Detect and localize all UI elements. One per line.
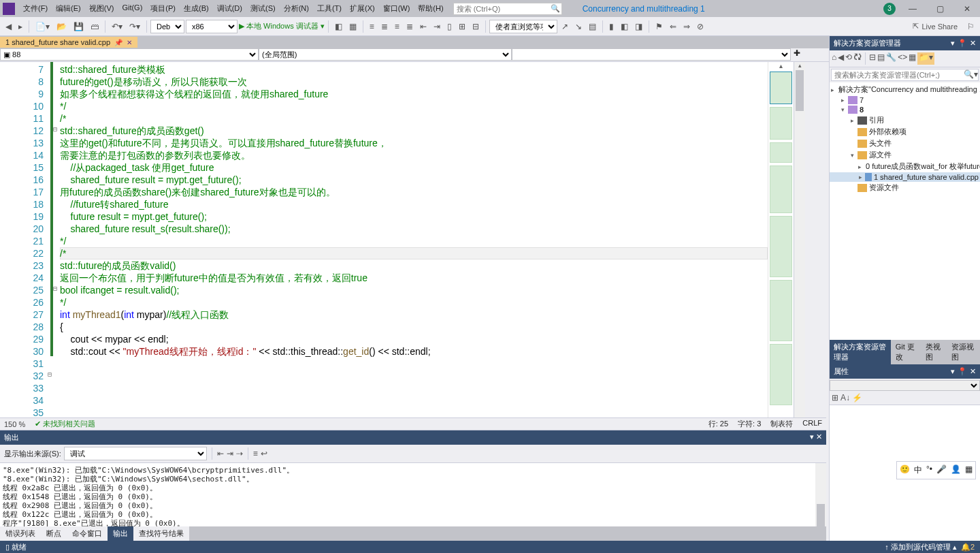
menu-item[interactable]: 编辑(E) [52,1,85,16]
nav-icon[interactable]: ⇐ [667,20,679,33]
menu-item[interactable]: 测试(S) [246,1,280,16]
collab-icon[interactable]: °• [926,464,932,476]
solution-tab[interactable]: 类视图 [921,340,947,364]
minimap[interactable]: ▴ [768,62,794,423]
external-deps-node[interactable]: 外部依赖项 [830,126,980,138]
solution-tab[interactable]: 解决方案资源管理器 [830,340,891,364]
collab-icon[interactable]: 👤 [951,464,961,476]
solution-tab[interactable]: Git 更改 [892,340,921,364]
start-debug-button[interactable]: ▶本地 Windows 调试器▾ [239,21,325,31]
indent-icon[interactable]: ≡ [392,20,402,33]
collab-icon[interactable]: 🎤 [936,464,947,476]
split-icon[interactable]: ✚ [791,48,803,61]
indent-icon[interactable]: ≡ [367,20,377,33]
resources-node[interactable]: 资源文件 [830,182,980,193]
menu-item[interactable]: 窗口(W) [379,1,414,16]
solution-node[interactable]: ▸解决方案"Concurrency and multithreading 1"(… [830,84,980,95]
feedback-icon[interactable]: ⚐ [964,20,977,33]
pin-icon[interactable]: 📍 [958,367,967,376]
editor-scrollbar[interactable]: ▴ ▾ [794,62,805,423]
source-file[interactable]: ▸1 shared_future share valid.cpp [830,172,980,182]
comment-icon[interactable]: ⊟ [470,20,482,33]
alpha-sort-icon[interactable]: A↓ [840,393,850,402]
output-tab[interactable]: 查找符号结果 [133,526,189,541]
solution-tab[interactable]: 资源视图 [947,340,979,364]
source-file[interactable]: ▸0 future成员函数wait_for 枚举future_s [830,161,980,172]
output-nav-icon[interactable]: ⇢ [236,449,243,458]
comment-icon[interactable]: ▯ [444,20,455,33]
sources-node[interactable]: ▾源文件 [830,149,980,161]
flag-icon[interactable]: ⚑ [653,20,666,33]
project-node[interactable]: ▾8 [830,105,980,114]
properties-object-select[interactable] [830,380,980,391]
notification-badge[interactable]: 3 [883,3,896,15]
nav-select[interactable]: 使者直浏览等项(E) [489,20,557,33]
open-button[interactable]: 📂 [54,20,69,33]
member-select[interactable] [512,48,791,61]
output-tab[interactable]: 断点 [41,526,67,541]
output-nav-icon[interactable]: ⇥ [227,449,233,458]
events-icon[interactable]: ⚡ [852,393,862,402]
scope-select[interactable]: (全局范围) [259,48,512,61]
menu-item[interactable]: 帮助(H) [414,1,447,16]
zoom-level[interactable]: 150 % [4,420,25,428]
bookmark-icon[interactable]: ▮ [606,20,617,33]
output-scrollbar[interactable] [815,463,826,526]
project-scope-select[interactable]: ▣ 88 [0,48,259,61]
menu-item[interactable]: 扩展(X) [346,1,379,16]
eol-mode[interactable]: CRLF [802,419,822,429]
menu-item[interactable]: 视图(V) [85,1,118,16]
indent-icon[interactable]: ≣ [378,20,391,33]
close-panel-icon[interactable]: ✕ [970,39,976,48]
close-tab-icon[interactable]: ✕ [127,39,132,46]
notifications-button[interactable]: 🔔2 [961,543,975,552]
issue-status[interactable]: ✔ 未找到相关问题 [35,419,95,429]
bookmark-icon[interactable]: ◨ [632,20,645,33]
redo-button[interactable]: ↷▾ [127,20,143,33]
solution-search[interactable]: 🔍▾ [831,69,979,81]
undo-button[interactable]: ↶▾ [109,20,125,33]
comment-icon[interactable]: ⇤ [417,20,429,33]
categorize-icon[interactable]: ⊞ [832,393,838,402]
solution-search-input[interactable] [832,69,964,80]
show-all-icon[interactable]: ▤ [877,52,885,65]
view-code-icon[interactable]: <> [898,52,907,65]
output-tab[interactable]: 命令窗口 [67,526,108,541]
collapse-icon[interactable]: ⊟ [869,52,876,65]
file-tab[interactable]: 1 shared_future share valid.cpp 📌 ✕ [0,37,137,48]
output-source-select[interactable]: 调试 [64,447,207,460]
code-content[interactable]: std::shared_future类模板future的get()是移动语义，所… [60,62,768,423]
properties-icon[interactable]: 🔧 [886,52,896,65]
clear-icon[interactable]: ≡ [253,449,258,458]
menu-item[interactable]: 生成(B) [180,1,213,16]
save-button[interactable]: 💾 [71,20,86,33]
tool-icon[interactable]: ▦ [346,20,359,33]
comment-icon[interactable]: ⊞ [456,20,468,33]
panel-options-icon[interactable]: ▾ ✕ [810,432,822,443]
nav-icon[interactable]: ↘ [572,20,585,33]
new-item-button[interactable]: 📄▾ [33,20,52,33]
menu-item[interactable]: 分析(N) [280,1,313,16]
code-editor[interactable]: 7891011121314151617181920212223242526272… [0,62,768,423]
comment-icon[interactable]: ⇥ [431,20,443,33]
project-node[interactable]: ▸7 [830,95,980,105]
nav-icon[interactable]: ▤ [586,20,599,33]
panel-menu-icon[interactable]: ▾ [951,367,955,376]
view-icon[interactable]: ▦ [909,52,916,65]
nav-icon[interactable]: ↗ [559,20,571,33]
panel-menu-icon[interactable]: ▾ [951,39,955,48]
collab-icon[interactable]: ▦ [965,464,973,476]
collab-icon[interactable]: 🙂 [900,464,910,476]
refresh-icon[interactable]: 🗘 [853,52,862,65]
close-panel-icon[interactable]: ✕ [970,367,976,376]
output-tab[interactable]: 错误列表 [0,526,41,541]
bookmark-icon[interactable]: ◧ [618,20,631,33]
collab-icon[interactable]: 中 [914,464,922,476]
nav-icon[interactable]: ⊘ [694,20,706,33]
indent-icon[interactable]: ≣ [404,20,416,33]
minimize-button[interactable]: — [902,4,923,14]
menu-item[interactable]: 工具(T) [313,1,346,16]
platform-select[interactable]: x86 [186,20,238,33]
menu-item[interactable]: 文件(F) [19,1,52,16]
home-icon[interactable]: ⌂ [832,52,836,65]
